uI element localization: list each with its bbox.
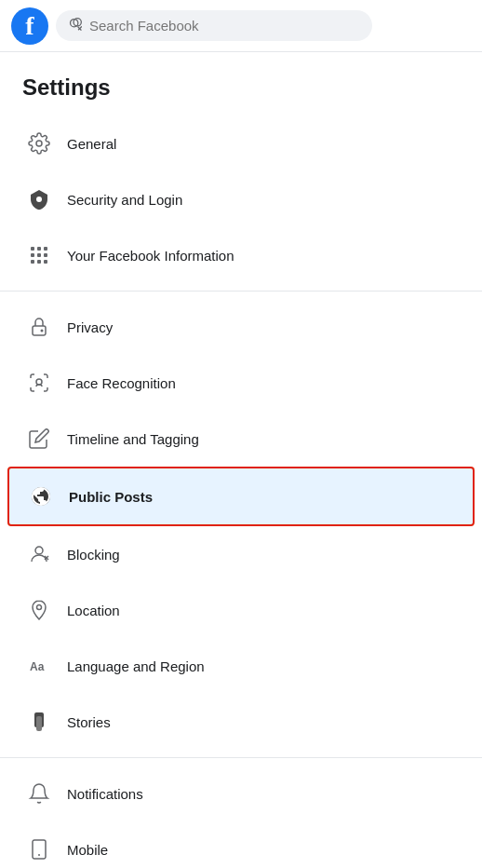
stories-label: Stories: [67, 714, 111, 730]
stories-icon: [22, 705, 56, 739]
notifications-label: Notifications: [67, 786, 143, 802]
block-icon: [22, 537, 56, 571]
svg-rect-5: [31, 253, 34, 257]
svg-point-0: [36, 141, 42, 146]
sidebar-item-general[interactable]: General: [0, 115, 482, 171]
app-header: f: [0, 0, 482, 52]
globe-icon: [24, 480, 58, 513]
sidebar-item-privacy[interactable]: Privacy: [0, 299, 482, 355]
logo-letter: f: [25, 13, 33, 39]
settings-group-3: Notifications Mobile: [0, 766, 482, 868]
location-icon: [22, 593, 56, 627]
svg-point-1: [36, 197, 42, 202]
svg-rect-3: [37, 247, 41, 251]
svg-point-15: [35, 547, 43, 554]
svg-rect-8: [31, 260, 34, 264]
sidebar-item-fb-info[interactable]: Your Facebook Information: [0, 227, 482, 283]
divider-2: [0, 757, 482, 758]
face-recognition-label: Face Recognition: [67, 375, 176, 391]
facebook-logo[interactable]: f: [11, 7, 48, 45]
page-title: Settings: [0, 67, 482, 115]
language-label: Language and Region: [67, 658, 205, 674]
privacy-label: Privacy: [67, 319, 113, 335]
sidebar-item-blocking[interactable]: Blocking: [0, 526, 482, 582]
divider-1: [0, 291, 482, 292]
mobile-label: Mobile: [67, 842, 108, 858]
sidebar-item-language[interactable]: Aa Language and Region: [0, 638, 482, 694]
location-label: Location: [67, 603, 120, 618]
blocking-label: Blocking: [67, 547, 120, 563]
bell-icon: [22, 777, 56, 810]
security-label: Security and Login: [67, 192, 182, 208]
svg-rect-21: [36, 716, 42, 731]
svg-rect-6: [37, 253, 41, 257]
svg-point-18: [37, 605, 42, 610]
search-input[interactable]: [89, 18, 359, 34]
svg-rect-2: [31, 247, 34, 251]
gear-icon: [22, 127, 56, 160]
sidebar-item-timeline[interactable]: Timeline and Tagging: [0, 411, 482, 467]
mobile-icon: [22, 833, 56, 866]
grid-icon: [22, 238, 56, 272]
svg-rect-7: [44, 253, 47, 257]
timeline-label: Timeline and Tagging: [67, 431, 199, 447]
fb-info-label: Your Facebook Information: [67, 248, 234, 264]
sidebar-item-stories[interactable]: Stories: [0, 694, 482, 750]
svg-rect-9: [37, 260, 41, 264]
svg-text:Aa: Aa: [30, 660, 45, 673]
settings-main: Settings General Security and Login: [0, 52, 482, 868]
face-recognition-icon: [22, 366, 56, 400]
public-posts-label: Public Posts: [69, 489, 153, 505]
svg-rect-11: [33, 326, 46, 335]
pencil-icon: [22, 422, 56, 455]
svg-point-12: [41, 330, 44, 332]
search-bar[interactable]: [56, 10, 372, 41]
sidebar-item-face-recognition[interactable]: Face Recognition: [0, 355, 482, 411]
shield-icon: [22, 183, 56, 216]
svg-rect-4: [44, 247, 47, 251]
sidebar-item-security[interactable]: Security and Login: [0, 171, 482, 227]
settings-group-2: Privacy Face Recognition: [0, 299, 482, 750]
svg-point-13: [36, 379, 42, 385]
sidebar-item-mobile[interactable]: Mobile: [0, 821, 482, 868]
lock-icon: [22, 310, 56, 344]
general-label: General: [67, 136, 116, 152]
sidebar-item-location[interactable]: Location: [0, 582, 482, 638]
sidebar-item-notifications[interactable]: Notifications: [0, 766, 482, 821]
sidebar-item-public-posts[interactable]: Public Posts: [7, 467, 475, 526]
search-icon: [69, 18, 82, 34]
language-icon: Aa: [22, 649, 56, 683]
svg-rect-10: [44, 260, 47, 264]
settings-group-1: General Security and Login: [0, 115, 482, 283]
